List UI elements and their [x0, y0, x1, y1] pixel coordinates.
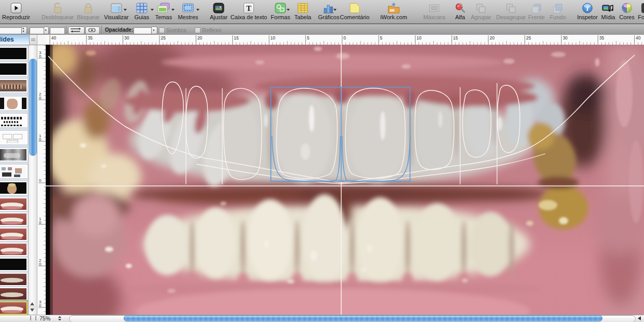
svg-text:25: 25: [526, 35, 531, 41]
svg-text:0: 0: [39, 137, 42, 142]
svg-text:30: 30: [124, 35, 129, 41]
svg-text:0: 0: [39, 220, 42, 225]
svg-text:0: 0: [39, 96, 42, 100]
svg-text:15: 15: [453, 35, 458, 41]
svg-text:10: 10: [271, 35, 276, 41]
svg-text:0: 0: [39, 303, 42, 308]
svg-text:25: 25: [161, 35, 166, 41]
svg-text:0: 0: [343, 35, 346, 41]
svg-text:i: i: [586, 5, 588, 12]
svg-text:10: 10: [417, 35, 422, 41]
svg-text:0: 0: [39, 54, 42, 59]
svg-text:40: 40: [636, 35, 641, 41]
svg-text:0: 0: [39, 262, 42, 266]
svg-text:5: 5: [307, 35, 310, 41]
svg-text:0: 0: [39, 178, 42, 183]
svg-text:15: 15: [234, 35, 239, 41]
svg-text:35: 35: [88, 35, 93, 41]
svg-text:30: 30: [562, 35, 568, 41]
svg-text:20: 20: [490, 35, 495, 41]
svg-text:T: T: [246, 4, 251, 12]
svg-text:40: 40: [51, 35, 57, 41]
svg-text:5: 5: [380, 35, 383, 41]
svg-text:35: 35: [599, 35, 605, 41]
svg-text:20: 20: [197, 35, 203, 41]
